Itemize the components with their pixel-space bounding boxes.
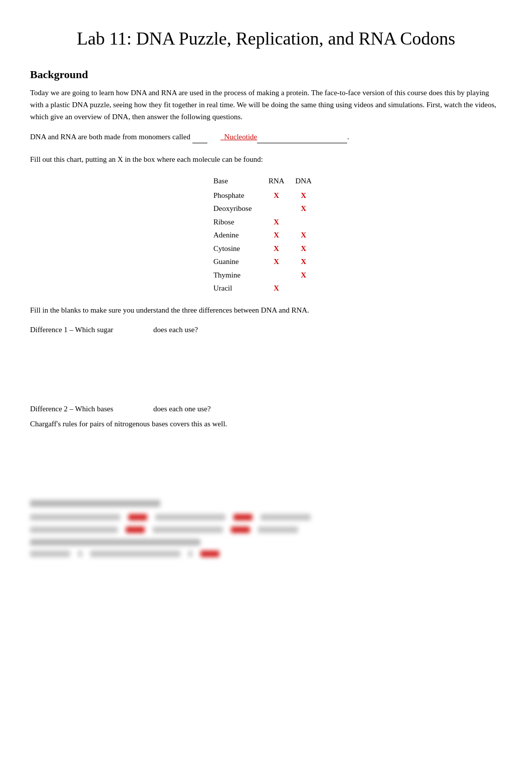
background-heading: Background [30,66,502,83]
difference2-space [30,438,502,488]
difference1-gap [113,324,153,336]
base-thymine: Thymine [211,269,267,282]
table-row: Cytosine X X [211,242,321,255]
uracil-rna: X [267,282,294,295]
table-row: Adenine X X [211,228,321,242]
table-row: Thymine X [211,269,321,282]
table-row: Ribose X [211,215,321,229]
base-adenine: Adenine [211,228,267,242]
nucleotide-chart: Base RNA DNA Phosphate X X Deoxyribose X… [211,174,321,295]
table-row: Uracil X [211,282,321,295]
base-cytosine: Cytosine [211,242,267,255]
monomer-trailing-blank [257,131,347,143]
difference1-label: Difference 1 – Which sugar [30,326,113,334]
cytosine-rna: X [267,242,294,255]
fill-intro: Fill in the blanks to make sure you unde… [30,304,502,316]
thymine-dna: X [294,269,321,282]
monomer-blank1 [192,131,207,143]
header-dna: DNA [294,174,321,189]
difference2-gap [113,403,153,415]
monomer-line: DNA and RNA are both made from monomers … [30,131,502,143]
difference1-section: Difference 1 – Which sugar does each use… [30,324,502,399]
base-ribose: Ribose [211,215,267,229]
uracil-dna [294,282,321,295]
blurred-row-2 [30,527,502,533]
header-base: Base [211,174,267,189]
monomer-prefix: DNA and RNA are both made from monomers … [30,133,190,141]
base-guanine: Guanine [211,255,267,269]
chart-table: Base RNA DNA Phosphate X X Deoxyribose X… [211,174,321,295]
header-rna: RNA [267,174,294,189]
adenine-rna: X [267,228,294,242]
ribose-dna [294,215,321,229]
difference2-line: Difference 2 – Which bases does each one… [30,403,502,415]
phosphate-rna: X [267,189,294,202]
blurred-row-1 [30,514,502,520]
base-uracil: Uracil [211,282,267,295]
guanine-dna: X [294,255,321,269]
cytosine-dna: X [294,242,321,255]
background-paragraph: Today we are going to learn how DNA and … [30,87,502,123]
page-title: Lab 11: DNA Puzzle, Replication, and RNA… [30,25,502,52]
monomer-suffix: . [347,133,349,141]
difference2-suffix: does each one use? [153,405,211,413]
table-row: Phosphate X X [211,189,321,202]
base-deoxyribose: Deoxyribose [211,202,267,215]
blurred-content [30,500,502,557]
base-phosphate: Phosphate [211,189,267,202]
deoxyribose-rna [267,202,294,215]
adenine-dna: X [294,228,321,242]
ribose-rna: X [267,215,294,229]
difference1-space [30,338,502,398]
chargaff-line: Chargaff's rules for pairs of nitrogenou… [30,418,502,430]
phosphate-dna: X [294,189,321,202]
table-row: Deoxyribose X [211,202,321,215]
difference1-line: Difference 1 – Which sugar does each use… [30,324,502,336]
difference2-label: Difference 2 – Which bases [30,405,113,413]
thymine-rna [267,269,294,282]
chart-header-row: Base RNA DNA [211,174,321,189]
blurred-row-4 [30,551,502,557]
monomer-underlined: _Nucleotide [220,133,257,141]
deoxyribose-dna: X [294,202,321,215]
table-row: Guanine X X [211,255,321,269]
difference2-section: Difference 2 – Which bases does each one… [30,403,502,488]
chart-intro: Fill out this chart, putting an X in the… [30,153,502,165]
difference1-suffix: does each use? [153,326,198,334]
guanine-rna: X [267,255,294,269]
